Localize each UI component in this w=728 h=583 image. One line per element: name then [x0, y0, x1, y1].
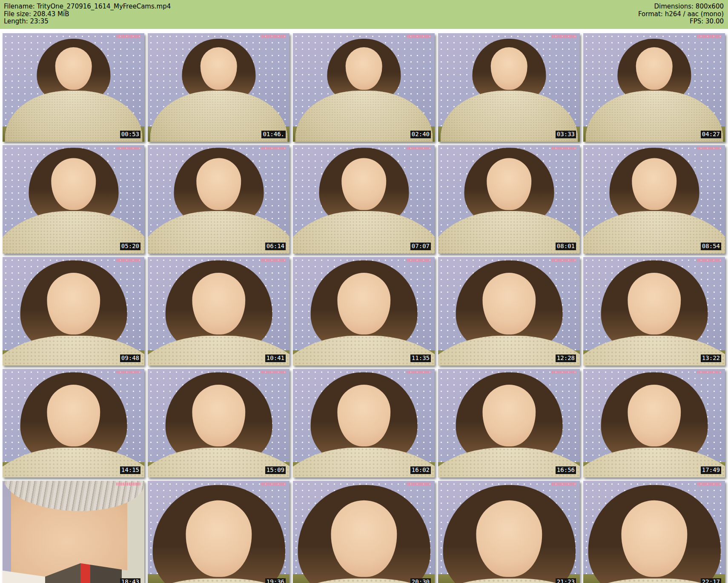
person-face	[482, 385, 536, 446]
person-face	[200, 47, 237, 89]
metadata-left: Filename: TrityOne_270916_1614_MyFreeCam…	[4, 3, 171, 29]
person-placeholder	[438, 33, 580, 142]
watermark	[552, 259, 576, 262]
timestamp-label: 21:23	[556, 578, 576, 583]
person-face	[345, 47, 382, 89]
thumbnail-image	[3, 33, 144, 142]
meta-filename-value: TrityOne_270916_1614_MyFreeCams.mp4	[37, 3, 171, 10]
watermark	[116, 147, 140, 150]
watermark	[261, 35, 286, 38]
person-placeholder	[438, 257, 580, 366]
timestamp-label: 22:17	[701, 578, 721, 583]
timestamp-label: 02:40	[410, 131, 431, 138]
thumbnail-image	[148, 369, 289, 477]
person-placeholder	[293, 481, 435, 583]
thumbnail-image	[293, 481, 435, 583]
person-face	[628, 385, 681, 446]
person-face	[621, 500, 688, 577]
thumbnail-image	[438, 481, 580, 583]
timestamp-label: 19:36	[265, 578, 286, 583]
watermark	[261, 147, 286, 150]
thumbnail-image	[3, 145, 144, 254]
timestamp-label: 16:02	[410, 466, 431, 474]
video-thumbnail: 07:07	[293, 145, 435, 254]
meta-fps-label: FPS:	[690, 17, 703, 25]
video-thumbnail: 13:22	[583, 257, 725, 366]
video-thumbnail: 01:46.	[148, 33, 289, 142]
thumbnail-grid: 00:53 01:46. 02:40	[0, 33, 728, 583]
person-face	[636, 47, 673, 89]
person-face	[341, 158, 387, 210]
person-face	[490, 47, 527, 89]
video-thumbnail: 08:01	[438, 145, 580, 254]
watermark	[697, 147, 721, 150]
metadata-header: Filename: TrityOne_270916_1614_MyFreeCam…	[0, 0, 728, 29]
timestamp-label: 08:01	[556, 243, 576, 250]
person-face	[192, 385, 246, 446]
meta-fps: FPS: 30.00	[638, 18, 724, 26]
person-face	[487, 158, 532, 210]
timestamp-label: 03:33	[556, 131, 576, 138]
person-face	[482, 273, 536, 334]
timestamp-label: 01:46.	[261, 131, 286, 138]
person-placeholder	[583, 145, 725, 254]
thumbnail-image	[583, 257, 725, 366]
meta-filesize-value: 208.43 MiB	[33, 10, 69, 18]
watermark	[697, 371, 721, 374]
meta-length: Length: 23:35	[4, 18, 171, 26]
watermark	[261, 483, 286, 486]
meta-dimensions-value: 800x600	[696, 3, 724, 10]
meta-filesize: File size: 208.43 MiB	[4, 11, 171, 18]
person-face	[331, 500, 397, 577]
video-thumbnail: 10:41	[148, 257, 289, 366]
contact-sheet: Filename: TrityOne_270916_1614_MyFreeCam…	[0, 0, 728, 583]
thumbnail-image	[293, 369, 435, 477]
watermark	[116, 483, 140, 486]
watermark	[407, 35, 431, 38]
watermark	[116, 259, 140, 262]
person-placeholder	[583, 369, 725, 477]
video-thumbnail: 19:36	[148, 481, 289, 583]
video-thumbnail: 11:35	[293, 257, 435, 366]
watermark	[697, 259, 721, 262]
watermark	[116, 35, 140, 38]
video-thumbnail: 12:28	[438, 257, 580, 366]
person-face	[632, 158, 677, 210]
meta-filename: Filename: TrityOne_270916_1614_MyFreeCam…	[4, 3, 171, 11]
person-placeholder	[293, 145, 435, 254]
person-placeholder	[583, 257, 725, 366]
video-thumbnail: 22:17	[583, 481, 725, 583]
person-placeholder	[3, 33, 144, 142]
person-face	[192, 273, 246, 334]
timestamp-label: 11:35	[410, 354, 431, 362]
person-placeholder	[583, 481, 725, 583]
timestamp-label: 09:48	[120, 354, 140, 362]
video-thumbnail: 16:56	[438, 369, 580, 477]
watermark	[407, 259, 431, 262]
video-thumbnail: 05:20	[3, 145, 144, 254]
person-face	[337, 385, 391, 446]
timestamp-label: 18:43	[120, 578, 140, 583]
thumbnail-image	[438, 145, 580, 254]
timestamp-label: 12:28	[556, 354, 576, 362]
timestamp-label: 05:20	[120, 243, 140, 250]
timestamp-label: 06:14	[265, 243, 286, 250]
watermark	[407, 147, 431, 150]
timestamp-label: 07:07	[410, 243, 431, 250]
watermark	[552, 483, 576, 486]
video-thumbnail: 16:02	[293, 369, 435, 477]
meta-length-value: 23:35	[30, 17, 49, 25]
person-placeholder	[438, 481, 580, 583]
meta-filesize-label: File size:	[4, 10, 31, 18]
timestamp-label: 13:22	[701, 354, 721, 362]
video-thumbnail: 20:30	[293, 481, 435, 583]
person-placeholder	[438, 145, 580, 254]
thumbnail-image	[293, 145, 435, 254]
watermark	[552, 147, 576, 150]
thumbnail-image	[438, 257, 580, 366]
video-thumbnail: 04:27	[583, 33, 725, 142]
thumbnail-image	[148, 481, 289, 583]
video-thumbnail: 06:14	[148, 145, 289, 254]
person-placeholder	[148, 369, 289, 477]
person-face	[47, 273, 100, 334]
